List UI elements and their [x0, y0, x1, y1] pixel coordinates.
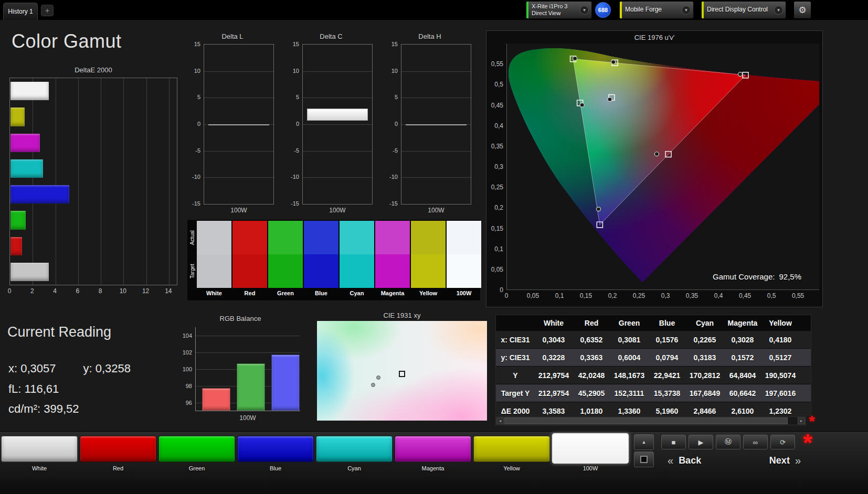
scroll-left-icon[interactable]: ◄ [496, 417, 504, 424]
gridline [303, 98, 372, 98]
swatch-label: Cyan [340, 288, 374, 299]
display-control-selector[interactable]: Direct Display Control ▼ [701, 1, 786, 19]
expand-panel-button[interactable]: ▲ [634, 434, 654, 450]
source-name: Mobile Forge [622, 6, 681, 14]
axis-label: 100W [204, 207, 274, 214]
patch-button-100w[interactable] [552, 433, 629, 464]
swatch-label: Yellow [411, 288, 446, 299]
alert-asterisk-icon[interactable]: * [803, 428, 812, 457]
gridline [303, 151, 372, 152]
axis-tick-label: 104 [179, 332, 192, 339]
swatch-label: 100W [447, 288, 481, 299]
meter-mode: Direct View [532, 10, 577, 17]
target-swatch [447, 254, 481, 288]
measure-button[interactable]: Ⓜ [716, 435, 740, 449]
table-cell: 15,3738 [648, 384, 686, 402]
table-cell: 0,5127 [761, 349, 799, 366]
column-header: Green [610, 315, 648, 330]
actual-swatch [268, 221, 303, 254]
axis-tick-label: 0,5 [488, 81, 503, 88]
column-header: Blue [648, 315, 686, 330]
deltae-xaxis: 02468101214 [9, 287, 177, 296]
next-arrows-icon[interactable]: » [795, 455, 801, 467]
patch-button-cyan[interactable] [316, 436, 393, 462]
meter-selector[interactable]: X-Rite i1Pro 3 Direct View ▼ [526, 1, 592, 19]
table-row: ΔE 20003,35831,01801,33605,19602,84662,6… [496, 402, 811, 415]
loop-button[interactable]: ⟳ [770, 435, 795, 449]
back-arrows-icon[interactable]: « [668, 455, 673, 467]
gridline [146, 78, 147, 285]
table-header-row: WhiteRedGreenBlueCyanMagentaYellow [496, 315, 811, 331]
continuous-button[interactable]: ∞ [743, 435, 768, 449]
table-cell: 167,6849 [686, 384, 724, 402]
axis-tick-label: 10 [385, 68, 398, 74]
patch-label: White [1, 465, 78, 471]
test-window-button[interactable] [634, 452, 654, 467]
axis-tick-label: 0,4 [714, 292, 723, 299]
back-button[interactable]: Back [679, 455, 701, 466]
table-scrollbar[interactable]: ◄ ► [495, 416, 806, 425]
chart-title: DeltaE 2000 [8, 66, 178, 76]
measurement-marker [654, 152, 659, 156]
axis-tick-label: 0,25 [633, 292, 645, 299]
table-cell: 39 [799, 367, 811, 384]
swatch-label: Red [232, 288, 267, 299]
chevron-down-icon: ▼ [774, 6, 783, 15]
axis-tick-label: 15 [188, 41, 200, 47]
axis-tick-label: -15 [287, 200, 299, 207]
source-selector[interactable]: Mobile Forge ▼ [619, 1, 694, 19]
column-header [799, 315, 811, 330]
axis-tick-label: 15 [287, 41, 299, 47]
gridline [204, 98, 273, 98]
scroll-right-icon[interactable]: ► [798, 417, 805, 424]
play-button[interactable]: ▶ [689, 435, 713, 449]
axis-tick-label: -5 [188, 147, 200, 154]
rgb-bar-blue [271, 355, 300, 411]
add-tab-button[interactable]: + [41, 5, 54, 16]
deltae-bar-red [10, 237, 22, 255]
column-header: Yellow [761, 315, 799, 330]
table-cell: 0,3363 [573, 349, 610, 366]
patch-button-green[interactable] [158, 436, 235, 462]
patch-button-red[interactable] [80, 436, 156, 462]
table-alert-asterisk-icon[interactable]: * [807, 413, 817, 427]
column-header: Cyan [686, 315, 724, 330]
current-reading-title: Current Reading [7, 324, 111, 340]
patch-button-blue[interactable] [237, 436, 314, 462]
axis-tick-label: 0,45 [488, 102, 503, 109]
settings-button[interactable]: ⚙ [793, 1, 811, 19]
delta-bar [307, 109, 368, 121]
deltae-bar-white [10, 82, 49, 100]
axis-tick-label: 15 [385, 41, 398, 47]
deltae-bar-magenta [10, 134, 40, 152]
axis-tick-label: 0,35 [488, 143, 503, 150]
target-swatch [375, 254, 410, 288]
delta-bar [406, 124, 467, 125]
table-cell: 0,3043 [535, 331, 573, 348]
axis-tick-label: 5 [385, 94, 398, 100]
patch-button-white[interactable] [1, 436, 78, 462]
history-tab[interactable]: History 1 [3, 3, 38, 20]
stop-button[interactable]: ■ [661, 435, 686, 449]
table-cell: 2,8466 [686, 402, 724, 415]
table-cell: 45,2905 [573, 384, 610, 402]
stop-icon: ■ [672, 438, 676, 446]
axis-tick-label: 0,05 [488, 266, 503, 273]
rgb-bar-green [237, 363, 265, 411]
patch-button-yellow[interactable] [473, 436, 550, 462]
axis-tick-label: 0 [488, 286, 503, 294]
axis-tick-label: 4 [53, 287, 57, 295]
table-row: x: CIE310,30430,63520,30810,15760,22650,… [496, 331, 811, 349]
axis-tick-label: 0,35 [686, 292, 698, 299]
axis-tick-label: 0,2 [608, 292, 617, 299]
meter-name: X-Rite i1Pro 3 [532, 3, 577, 10]
patch-label: Red [80, 465, 156, 471]
axis-label: 100W [401, 207, 471, 214]
reading-x-value: x: 0,3057 [8, 362, 56, 375]
scrollbar-thumb[interactable] [504, 417, 788, 424]
table-cell: 212,9754 [535, 367, 573, 384]
next-button[interactable]: Next [769, 455, 790, 466]
cie1976-yaxis: 0,550,50,450,40,350,30,250,20,150,10,050 [488, 44, 504, 290]
patch-button-magenta[interactable] [395, 436, 471, 462]
calibration-app: History 1 + X-Rite i1Pro 3 Direct View ▼… [0, 0, 868, 494]
